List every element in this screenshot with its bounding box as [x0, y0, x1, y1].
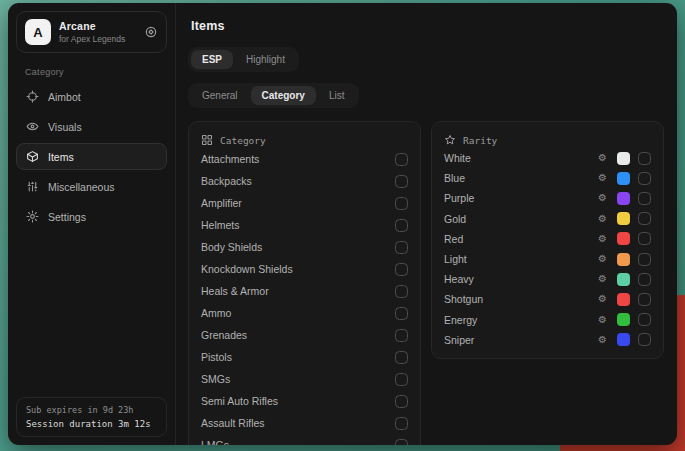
category-row: Helmets	[201, 214, 408, 236]
mode-tab-group: ESP Highlight	[188, 47, 299, 72]
sidebar-item-label: Visuals	[48, 121, 82, 133]
category-label: Ammo	[201, 307, 231, 319]
gear-icon[interactable]: ⚙	[598, 274, 607, 284]
checkbox[interactable]	[395, 241, 408, 254]
arcane-menu-window: A Arcane for Apex Legends Category	[8, 3, 677, 445]
checkbox[interactable]	[638, 192, 651, 205]
rarity-label: Energy	[444, 314, 598, 326]
checkbox[interactable]	[395, 307, 408, 320]
category-row: SMGs	[201, 368, 408, 390]
checkbox[interactable]	[395, 219, 408, 232]
rarity-label: Light	[444, 253, 598, 265]
brand-name: Arcane	[59, 20, 125, 32]
color-swatch[interactable]	[617, 172, 630, 185]
rarity-row: Light ⚙	[444, 249, 651, 269]
rarity-panel-title: Rarity	[463, 135, 497, 146]
gear-icon[interactable]: ⚙	[598, 214, 607, 224]
view-tab-group: General Category List	[188, 83, 359, 108]
checkbox[interactable]	[638, 232, 651, 245]
target-icon[interactable]	[144, 25, 158, 39]
sidebar-item-settings[interactable]: Settings	[16, 203, 167, 230]
color-swatch[interactable]	[617, 333, 630, 346]
tab-highlight[interactable]: Highlight	[235, 50, 296, 69]
checkbox[interactable]	[395, 263, 408, 276]
sidebar: A Arcane for Apex Legends Category	[8, 3, 176, 445]
checkbox[interactable]	[395, 175, 408, 188]
gear-icon	[26, 210, 39, 223]
brand-subtitle: for Apex Legends	[59, 34, 125, 44]
color-swatch[interactable]	[617, 212, 630, 225]
color-swatch[interactable]	[617, 253, 630, 266]
tab-esp[interactable]: ESP	[191, 50, 233, 69]
sub-expiry-text: Sub expires in 9d 23h	[26, 405, 157, 415]
sidebar-item-label: Miscellaneous	[48, 181, 115, 193]
sidebar-item-aimbot[interactable]: Aimbot	[16, 83, 167, 110]
sidebar-item-visuals[interactable]: Visuals	[16, 113, 167, 140]
checkbox[interactable]	[395, 285, 408, 298]
sidebar-item-label: Items	[48, 151, 74, 163]
checkbox[interactable]	[638, 152, 651, 165]
sidebar-section-label: Category	[25, 67, 167, 77]
checkbox[interactable]	[395, 395, 408, 408]
category-label: Knockdown Shields	[201, 263, 293, 275]
category-row: Semi Auto Rifles	[201, 390, 408, 412]
rarity-label: Purple	[444, 192, 598, 204]
checkbox[interactable]	[395, 417, 408, 430]
color-swatch[interactable]	[617, 273, 630, 286]
checkbox[interactable]	[395, 373, 408, 386]
gear-icon[interactable]: ⚙	[598, 254, 607, 264]
category-panel-title: Category	[220, 135, 266, 146]
gear-icon[interactable]: ⚙	[598, 173, 607, 183]
checkbox[interactable]	[638, 253, 651, 266]
category-label: Attachments	[201, 153, 259, 165]
category-row: Amplifier	[201, 192, 408, 214]
color-swatch[interactable]	[617, 293, 630, 306]
rarity-label: Gold	[444, 213, 598, 225]
tab-list[interactable]: List	[318, 86, 356, 105]
eye-icon	[26, 120, 39, 133]
category-row: Heals & Armor	[201, 280, 408, 302]
checkbox[interactable]	[638, 333, 651, 346]
checkbox[interactable]	[395, 197, 408, 210]
checkbox[interactable]	[638, 293, 651, 306]
tab-category[interactable]: Category	[251, 86, 316, 105]
tab-general[interactable]: General	[191, 86, 249, 105]
color-swatch[interactable]	[617, 232, 630, 245]
checkbox[interactable]	[395, 153, 408, 166]
color-swatch[interactable]	[617, 192, 630, 205]
rarity-row: Red ⚙	[444, 229, 651, 249]
checkbox[interactable]	[395, 439, 408, 446]
gear-icon[interactable]: ⚙	[598, 153, 607, 163]
rarity-row: Blue ⚙	[444, 168, 651, 188]
gear-icon[interactable]: ⚙	[598, 335, 607, 345]
category-label: Pistols	[201, 351, 232, 363]
category-panel: Category Attachments Backpacks Amplifier	[188, 121, 421, 445]
rarity-row: Shotgun ⚙	[444, 289, 651, 309]
color-swatch[interactable]	[617, 313, 630, 326]
checkbox[interactable]	[638, 212, 651, 225]
category-row: Attachments	[201, 148, 408, 170]
rarity-label: Blue	[444, 172, 598, 184]
checkbox[interactable]	[395, 329, 408, 342]
checkbox[interactable]	[638, 172, 651, 185]
category-label: Semi Auto Rifles	[201, 395, 278, 407]
gear-icon[interactable]: ⚙	[598, 193, 607, 203]
rarity-label: White	[444, 152, 598, 164]
gear-icon[interactable]: ⚙	[598, 315, 607, 325]
gear-icon[interactable]: ⚙	[598, 294, 607, 304]
rarity-row: Sniper ⚙	[444, 330, 651, 350]
category-row: Ammo	[201, 302, 408, 324]
checkbox[interactable]	[395, 351, 408, 364]
color-swatch[interactable]	[617, 152, 630, 165]
package-icon	[26, 150, 39, 163]
rarity-label: Shotgun	[444, 293, 598, 305]
checkbox[interactable]	[638, 313, 651, 326]
brand-text: Arcane for Apex Legends	[59, 20, 125, 44]
main-content: Items ESP Highlight General Category Lis…	[176, 3, 677, 445]
gear-icon[interactable]: ⚙	[598, 234, 607, 244]
sidebar-item-miscellaneous[interactable]: Miscellaneous	[16, 173, 167, 200]
checkbox[interactable]	[638, 273, 651, 286]
sidebar-item-items[interactable]: Items	[16, 143, 167, 170]
category-panel-header: Category	[201, 132, 408, 148]
rarity-panel-header: Rarity	[444, 132, 651, 148]
